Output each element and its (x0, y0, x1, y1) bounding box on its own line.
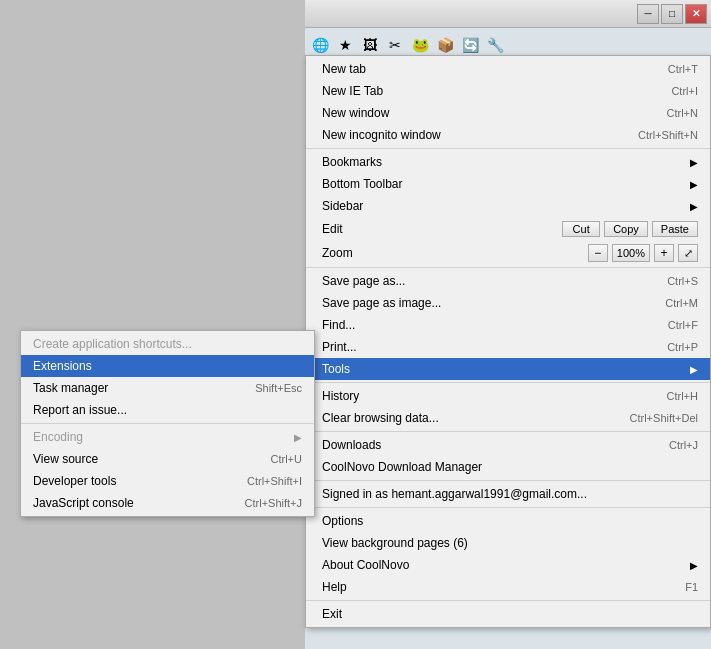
submenu-item-encoding[interactable]: Encoding ▶ (21, 426, 314, 448)
bottom-toolbar-arrow: ▶ (690, 179, 698, 190)
separator-1 (306, 148, 710, 149)
submenu-item-view-source[interactable]: View source Ctrl+U (21, 448, 314, 470)
menu-item-new-tab[interactable]: New tab Ctrl+T (306, 58, 710, 80)
tools-submenu: Create application shortcuts... Extensio… (20, 330, 315, 517)
menu-item-view-background[interactable]: View background pages (6) (306, 532, 710, 554)
refresh-icon[interactable]: 🔄 (459, 34, 481, 56)
about-arrow: ▶ (690, 560, 698, 571)
separator-tools (306, 382, 710, 383)
menu-item-save-page[interactable]: Save page as... Ctrl+S (306, 270, 710, 292)
menu-item-new-incognito[interactable]: New incognito window Ctrl+Shift+N (306, 124, 710, 146)
main-menu: New tab Ctrl+T New IE Tab Ctrl+I New win… (305, 55, 711, 628)
menu-item-zoom: Zoom − 100% + ⤢ (306, 241, 710, 265)
menu-item-coolnovo-download[interactable]: CoolNovo Download Manager (306, 456, 710, 478)
menu-item-find[interactable]: Find... Ctrl+F (306, 314, 710, 336)
separator-signin (306, 507, 710, 508)
cut-button[interactable]: Cut (562, 221, 600, 237)
submenu-item-developer-tools[interactable]: Developer tools Ctrl+Shift+I (21, 470, 314, 492)
menu-item-tools[interactable]: Tools ▶ (306, 358, 710, 380)
menu-item-new-window[interactable]: New window Ctrl+N (306, 102, 710, 124)
copy-button[interactable]: Copy (604, 221, 648, 237)
title-bar: ─ □ ✕ (305, 0, 711, 28)
sidebar-arrow: ▶ (690, 201, 698, 212)
separator-download (306, 480, 710, 481)
page-icon[interactable]: 🖼 (359, 34, 381, 56)
zoom-value: 100% (612, 244, 650, 262)
tools-arrow: ▶ (690, 364, 698, 375)
zoom-plus-button[interactable]: + (654, 244, 674, 262)
separator-zoom (306, 267, 710, 268)
menu-item-help[interactable]: Help F1 (306, 576, 710, 598)
zoom-minus-button[interactable]: − (588, 244, 608, 262)
frog-icon[interactable]: 🐸 (409, 34, 431, 56)
menu-item-sidebar[interactable]: Sidebar ▶ (306, 195, 710, 217)
zoom-fullscreen-button[interactable]: ⤢ (678, 244, 698, 262)
menu-item-about-coolnovo[interactable]: About CoolNovo ▶ (306, 554, 710, 576)
separator-help (306, 600, 710, 601)
globe-icon[interactable]: 🌐 (309, 34, 331, 56)
submenu-item-report-issue[interactable]: Report an issue... (21, 399, 314, 421)
minimize-button[interactable]: ─ (637, 4, 659, 24)
star-icon[interactable]: ★ (334, 34, 356, 56)
separator-clear (306, 431, 710, 432)
menu-item-bottom-toolbar[interactable]: Bottom Toolbar ▶ (306, 173, 710, 195)
settings-icon[interactable]: 🔧 (484, 34, 506, 56)
menu-item-print[interactable]: Print... Ctrl+P (306, 336, 710, 358)
menu-item-exit[interactable]: Exit (306, 603, 710, 625)
close-button[interactable]: ✕ (685, 4, 707, 24)
submenu-item-javascript-console[interactable]: JavaScript console Ctrl+Shift+J (21, 492, 314, 514)
menu-item-downloads[interactable]: Downloads Ctrl+J (306, 434, 710, 456)
menu-item-new-ie-tab[interactable]: New IE Tab Ctrl+I (306, 80, 710, 102)
menu-item-history[interactable]: History Ctrl+H (306, 385, 710, 407)
menu-item-bookmarks[interactable]: Bookmarks ▶ (306, 151, 710, 173)
bookmarks-arrow: ▶ (690, 157, 698, 168)
package-icon[interactable]: 📦 (434, 34, 456, 56)
submenu-item-create-shortcuts[interactable]: Create application shortcuts... (21, 333, 314, 355)
menu-item-signed-in[interactable]: Signed in as hemant.aggarwal1991@gmail.c… (306, 483, 710, 505)
encoding-arrow: ▶ (294, 432, 302, 443)
menu-item-options[interactable]: Options (306, 510, 710, 532)
menu-item-save-image[interactable]: Save page as image... Ctrl+M (306, 292, 710, 314)
submenu-item-task-manager[interactable]: Task manager Shift+Esc (21, 377, 314, 399)
submenu-item-extensions[interactable]: Extensions (21, 355, 314, 377)
cut-icon[interactable]: ✂ (384, 34, 406, 56)
menu-item-edit: Edit Cut Copy Paste (306, 217, 710, 241)
maximize-button[interactable]: □ (661, 4, 683, 24)
menu-item-clear-browsing[interactable]: Clear browsing data... Ctrl+Shift+Del (306, 407, 710, 429)
submenu-separator-1 (21, 423, 314, 424)
paste-button[interactable]: Paste (652, 221, 698, 237)
